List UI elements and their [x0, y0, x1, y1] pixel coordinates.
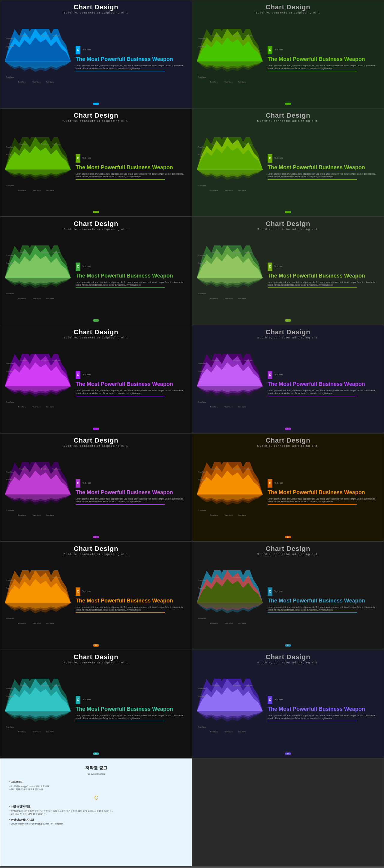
chart-label-bot3: Track Name — [45, 81, 54, 83]
chart-label-top3: Track Name — [52, 251, 60, 253]
copyright-subtitle: Copyright Notice — [9, 772, 183, 776]
text-label-13: Text Here — [82, 699, 91, 701]
chart-label-mid-left: Track Name — [6, 154, 14, 156]
chart-svg-11 — [5, 570, 71, 630]
slide-footer-4: 4 — [197, 210, 379, 213]
chart-label-top: Track Name — [19, 360, 27, 362]
body-text-7: Lorem ipsum dolor sit amet, consectetur … — [75, 389, 187, 395]
chart-label-bot3: Track Name — [237, 81, 246, 83]
chart-label-top3: Track Name — [244, 577, 252, 578]
slide-title-6: Chart Design — [197, 220, 379, 228]
slide-14: Chart Design Subtitle, connector adipisc… — [192, 650, 384, 758]
chart-label-bot3: Track Name — [45, 298, 54, 300]
chart-label-bot: Track Name — [18, 189, 26, 191]
text-area-2: C Text Here The Most Powerfull Business … — [265, 46, 379, 72]
slide-8: Chart Design Subtitle, connector adipisc… — [192, 325, 384, 433]
chart-label-top-left: Track Name — [6, 146, 14, 148]
headline-6: The Most Powerfull Business Weapon — [267, 273, 379, 279]
chart-label-bot-left: Track Name — [198, 726, 206, 728]
slide-inner-6: Chart Design Subtitle, connector adipisc… — [192, 217, 384, 324]
slide-13: Chart Design Subtitle, consectetur adipi… — [0, 650, 192, 758]
body-text-5: Lorem ipsum dolor sit amet, consectetur … — [75, 281, 187, 286]
slide-1: Chart Design Subtitle, consectetur adipi… — [0, 0, 192, 108]
slide-inner-12: Chart Design Subtitle, connector adipisc… — [192, 542, 384, 650]
chart-svg-4 — [197, 137, 263, 197]
chart-label-top-left: Track Name — [6, 363, 14, 365]
slide-subtitle-5: Subtitle, consectetur adipiscing elit. — [5, 228, 187, 231]
chart-svg-5 — [5, 245, 71, 305]
chart-label-bot: Track Name — [18, 514, 26, 516]
headline-13: The Most Powerfull Business Weapon — [75, 706, 187, 713]
chart-label-top-left: Track Name — [6, 471, 14, 473]
page-indicator-2: 2 — [285, 103, 291, 105]
page-number-12: 12 — [287, 645, 289, 646]
slide-header-10: Chart Design Subtitle, connector adipisc… — [197, 437, 379, 447]
slide-content-12: Track Name Track Name Track Name Track N… — [197, 557, 379, 644]
chart-label-top3: Track Name — [244, 685, 252, 686]
chart-label-bot: Track Name — [210, 406, 218, 408]
slide-subtitle-6: Subtitle, connector adipiscing elit. — [197, 228, 379, 231]
chart-label-top2: Track Name — [41, 35, 49, 37]
chart-label-top3: Track Name — [244, 360, 252, 362]
slide-5: Chart Design Subtitle, consectetur adipi… — [0, 217, 192, 325]
page-number-3: 3 — [96, 211, 97, 213]
slide-inner-14: Chart Design Subtitle, connector adipisc… — [192, 650, 384, 758]
logo-box-2: C — [267, 46, 273, 54]
slide-empty — [192, 758, 384, 867]
chart-label-bot2: Track Name — [32, 406, 40, 408]
slide-footer-2: 2 — [197, 102, 379, 105]
chart-label-top: Track Name — [211, 577, 219, 578]
chart-label-top: Track Name — [19, 35, 27, 37]
slide-6: Chart Design Subtitle, connector adipisc… — [192, 217, 384, 325]
divider-line-3 — [75, 179, 165, 180]
chart-label-top: Track Name — [19, 468, 27, 470]
text-label-7: Text Here — [82, 374, 91, 376]
chart-label-bot-left: Track Name — [6, 509, 14, 511]
logo-box-7: C — [75, 371, 81, 379]
chart-label-top3: Track Name — [244, 35, 252, 37]
page-indicator-9: 9 — [93, 536, 99, 538]
divider-line-1 — [75, 71, 165, 71]
slide-10: Chart Design Subtitle, connector adipisc… — [192, 433, 384, 541]
text-label-5: Text Here — [82, 265, 91, 267]
headline-14: The Most Powerfull Business Weapon — [267, 706, 379, 713]
text-area-3: C Text Here The Most Powerfull Business … — [73, 154, 187, 180]
chart-label-bot2: Track Name — [224, 731, 232, 733]
body-text-10: Lorem ipsum dolor sit amet, consectetur … — [267, 497, 379, 503]
slide-title-10: Chart Design — [197, 437, 379, 444]
slide-footer-9: 9 — [5, 535, 187, 538]
slide-inner-5: Chart Design Subtitle, consectetur adipi… — [0, 217, 192, 324]
chart-label-bot3: Track Name — [237, 406, 246, 408]
text-label-1: Text Here — [82, 49, 91, 51]
slide-subtitle-14: Subtitle, connector adipiscing elit. — [197, 661, 379, 664]
chart-area-5: Track Name Track Name Track Name Track N… — [5, 245, 71, 305]
chart-label-top-left: Track Name — [198, 146, 206, 148]
body-text-6: Lorem ipsum dolor sit amet, consectetur … — [267, 281, 379, 286]
slide-content-11: Track Name Track Name Track Name Track N… — [5, 557, 187, 644]
slide-content-5: Track Name Track Name Track Name Track N… — [5, 232, 187, 319]
page-indicator-7: 7 — [93, 428, 99, 430]
slide-12: Chart Design Subtitle, connector adipisc… — [192, 541, 384, 650]
slide-content-13: Track Name Track Name Track Name Track N… — [5, 665, 187, 752]
chart-label-bot: Track Name — [18, 406, 26, 408]
chart-label-bot-left: Track Name — [198, 185, 206, 186]
slide-title-4: Chart Design — [197, 112, 379, 119]
text-area-11: C Text Here The Most Powerfull Business … — [73, 587, 187, 613]
chart-label-top-left: Track Name — [198, 38, 206, 40]
slide-title-8: Chart Design — [197, 328, 379, 336]
body-text-2: Lorem ipsum dolor sit amet, consectetur … — [267, 64, 379, 70]
chart-label-top2: Track Name — [233, 468, 241, 470]
copyright-section-title-2: • 사용조건/저작권 — [9, 804, 183, 809]
chart-area-8: Track Name Track Name Track Name Track N… — [197, 354, 263, 414]
chart-area-7: Track Name Track Name Track Name Track N… — [5, 354, 71, 414]
chart-label-bot2: Track Name — [224, 623, 232, 624]
slide-footer-6: 6 — [197, 319, 379, 322]
chart-area-2: Track Name Track Name Track Name Track N… — [197, 29, 263, 89]
headline-3: The Most Powerfull Business Weapon — [75, 164, 187, 171]
slide-footer-3: 3 — [5, 210, 187, 213]
logo-box-3: C — [75, 154, 81, 163]
chart-label-top: Track Name — [211, 468, 219, 470]
slide-inner-1: Chart Design Subtitle, consectetur adipi… — [0, 0, 192, 108]
slide-title-2: Chart Design — [197, 3, 379, 11]
headline-4: The Most Powerfull Business Weapon — [267, 164, 379, 171]
